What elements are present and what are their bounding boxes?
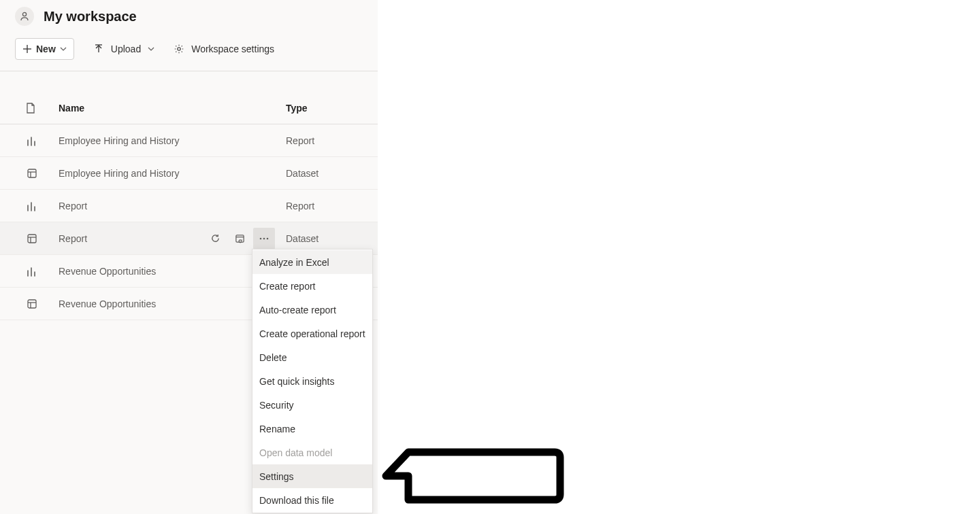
refresh-button[interactable]: [204, 228, 226, 250]
svg-rect-26: [28, 300, 36, 308]
svg-point-21: [263, 237, 265, 239]
row-type: Report: [286, 201, 378, 211]
dataset-icon: [26, 233, 38, 245]
schedule-icon: [235, 233, 245, 243]
context-menu-item[interactable]: Security: [252, 393, 372, 417]
upload-label: Upload: [111, 44, 141, 54]
upload-icon: [93, 44, 104, 54]
workspace-header: My workspace: [0, 0, 378, 35]
more-options-button[interactable]: [253, 228, 275, 250]
context-menu-item[interactable]: Settings: [252, 464, 372, 488]
person-icon: [19, 11, 30, 22]
report-icon: [26, 200, 38, 212]
svg-point-0: [22, 12, 26, 16]
row-type: Dataset: [286, 168, 378, 179]
context-menu-item[interactable]: Get quick insights: [252, 369, 372, 393]
row-type: Report: [286, 135, 378, 146]
plus-icon: [22, 44, 32, 54]
context-menu-item[interactable]: Download this file: [252, 488, 372, 512]
chevron-down-icon: [148, 46, 154, 52]
toolbar-divider: [0, 71, 378, 71]
context-menu-item: Open data model: [252, 441, 372, 464]
svg-rect-15: [28, 235, 36, 243]
table-row[interactable]: Employee Hiring and HistoryReport: [0, 124, 378, 157]
row-name: Employee Hiring and History: [59, 168, 286, 179]
context-menu-item[interactable]: Analyze in Excel: [252, 250, 372, 274]
context-menu-item[interactable]: Rename: [252, 417, 372, 441]
schedule-refresh-button[interactable]: [229, 228, 250, 250]
svg-rect-9: [28, 169, 36, 177]
report-icon: [26, 135, 38, 147]
row-name: Employee Hiring and History: [59, 135, 286, 146]
report-icon: [26, 265, 38, 277]
column-header-name[interactable]: Name: [59, 103, 286, 114]
new-button-label: New: [36, 44, 56, 54]
column-header-type[interactable]: Type: [286, 103, 378, 114]
table-row[interactable]: Employee Hiring and HistoryDataset: [0, 157, 378, 190]
svg-point-20: [260, 237, 262, 239]
chevron-down-icon: [60, 46, 67, 52]
context-menu-item[interactable]: Create operational report: [252, 322, 372, 345]
workspace-toolbar: New Upload Workspace settings: [0, 35, 378, 71]
row-type: Dataset: [286, 233, 378, 244]
svg-point-5: [178, 48, 180, 50]
svg-rect-18: [235, 235, 243, 242]
table-row[interactable]: ReportReport: [0, 190, 378, 222]
workspace-settings-label: Workspace settings: [191, 44, 274, 54]
context-menu-item[interactable]: Delete: [252, 345, 372, 369]
refresh-icon: [210, 233, 220, 243]
gear-icon: [174, 44, 184, 54]
annotation-arrow: [381, 445, 565, 507]
upload-button[interactable]: Upload: [93, 44, 154, 54]
context-menu-item[interactable]: Auto-create report: [252, 298, 372, 322]
context-menu: Analyze in ExcelCreate reportAuto-create…: [252, 249, 373, 513]
row-name: Report: [59, 201, 286, 211]
workspace-avatar: [15, 7, 34, 26]
workspace-title: My workspace: [44, 9, 137, 24]
dataset-icon: [26, 298, 38, 310]
dataset-icon: [26, 167, 38, 179]
content-table-header: Name Type: [0, 92, 378, 124]
svg-point-22: [267, 237, 269, 239]
new-button[interactable]: New: [15, 38, 74, 60]
row-actions: [204, 228, 275, 250]
context-menu-item[interactable]: Create report: [252, 274, 372, 298]
workspace-settings-button[interactable]: Workspace settings: [174, 44, 274, 54]
more-icon: [259, 237, 269, 240]
file-icon: [26, 103, 35, 114]
